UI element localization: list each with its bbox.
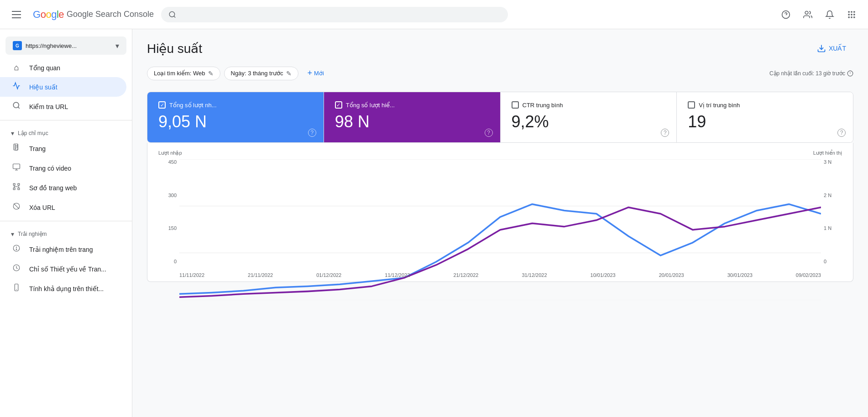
x-label-3: 11/12/2022 — [385, 272, 410, 278]
download-icon — [817, 44, 826, 53]
notifications-button[interactable] — [821, 5, 839, 24]
header: Google Google Search Console — [0, 0, 868, 29]
bell-icon — [825, 10, 834, 19]
collapse-icon: ▾ — [11, 130, 14, 137]
hamburger-menu-button[interactable] — [7, 5, 26, 24]
y-axis-left: 450 300 150 0 — [158, 159, 177, 264]
sidebar-item-trang-co-video[interactable]: Trang có video — [0, 158, 126, 178]
x-label-6: 10/01/2023 — [591, 272, 616, 278]
performance-icon — [11, 82, 22, 92]
info-icon-impressions[interactable]: ? — [485, 129, 493, 137]
add-new-filter-button[interactable]: + Mới — [302, 66, 329, 81]
metric-value-impressions: 98 N — [335, 112, 489, 131]
sidebar-item-tinh-kha-dung[interactable]: Tính khả dụng trên thiết... — [0, 279, 126, 298]
metric-header-impressions: Tổng số lượt hiể... — [335, 101, 489, 109]
sidebar-item-label: Tính khả dụng trên thiết... — [29, 285, 104, 292]
svg-point-35 — [16, 249, 17, 250]
metric-checkbox-position[interactable] — [688, 101, 695, 109]
sidebar-item-label: Tổng quan — [29, 64, 60, 72]
y-label-300: 300 — [168, 193, 177, 198]
svg-rect-8 — [848, 14, 850, 15]
filters-bar: Loại tìm kiếm: Web ✎ Ngày: 3 tháng trước… — [147, 66, 853, 81]
x-label-7: 20/01/2023 — [659, 272, 684, 278]
sidebar-item-label: Trải nghiệm trên trang — [29, 246, 93, 253]
apps-icon — [847, 10, 856, 19]
section-lap-chi-muc[interactable]: ▾ Lập chỉ mục — [0, 124, 132, 139]
sidebar: G https://ngheviewe... ▾ ⌂ Tổng quan Hiệ… — [0, 29, 132, 417]
search-input[interactable] — [181, 11, 501, 18]
search-type-filter[interactable]: Loại tìm kiếm: Web ✎ — [147, 67, 220, 80]
sidebar-item-kiem-tra-url[interactable]: Kiểm tra URL — [0, 97, 126, 116]
sidebar-item-tong-quan[interactable]: ⌂ Tổng quan — [0, 58, 126, 77]
y-label-2n: 2 N — [824, 193, 831, 198]
y-axis-right: 3 N 2 N 1 N 0 — [824, 159, 842, 264]
section-title-2: Trải nghiệm — [18, 231, 47, 237]
y-label-0-right: 0 — [824, 259, 826, 264]
metric-checkbox-clicks[interactable] — [158, 101, 166, 109]
x-label-9: 09/02/2023 — [796, 272, 821, 278]
sidebar-item-trai-nghiem-tren-trang[interactable]: Trải nghiệm trên trang — [0, 240, 126, 259]
sidebar-item-hieu-suat[interactable]: Hiệu suất — [0, 77, 126, 97]
chart-container: Lượt nhập Lượt hiển thị 450 300 150 0 3 … — [147, 143, 853, 282]
svg-rect-24 — [13, 183, 15, 185]
help-icon — [781, 10, 790, 19]
y-label-150: 150 — [168, 225, 177, 231]
metric-label-position: Vị trí trung bình — [699, 102, 740, 109]
x-label-5: 31/12/2022 — [522, 272, 547, 278]
metric-value-clicks: 9,05 N — [158, 112, 313, 131]
y-label-3n: 3 N — [824, 159, 831, 165]
export-label: XUẤT — [829, 45, 846, 52]
date-range-filter[interactable]: Ngày: 3 tháng trước ✎ — [224, 67, 298, 80]
y-label-450: 450 — [168, 159, 177, 165]
divider-2 — [0, 221, 132, 221]
svg-rect-11 — [848, 16, 850, 18]
metric-card-ctr[interactable]: CTR trung bình 9,2% ? — [501, 92, 677, 142]
info-icon-clicks[interactable]: ? — [308, 129, 316, 137]
search-icon — [168, 10, 176, 19]
property-selector[interactable]: G https://ngheviewe... ▾ — [5, 36, 126, 55]
sidebar-item-trang[interactable]: Trang — [0, 139, 126, 158]
page-icon — [11, 143, 22, 154]
export-button[interactable]: XUẤT — [810, 40, 853, 57]
svg-rect-21 — [13, 164, 20, 169]
sidebar-item-xoa-url[interactable]: Xóa URL — [0, 198, 126, 217]
apps-button[interactable] — [842, 5, 861, 24]
page-title: Hiệu suất — [147, 41, 202, 56]
page-header: Hiệu suất XUẤT — [147, 40, 853, 57]
metric-card-impressions[interactable]: Tổng số lượt hiể... 98 N ? — [324, 92, 501, 142]
metric-header-position: Vị trí trung bình — [688, 101, 842, 109]
metric-checkbox-impressions[interactable] — [335, 101, 342, 109]
collapse-icon-2: ▾ — [11, 230, 14, 238]
info-icon-ctr[interactable]: ? — [661, 129, 669, 137]
metric-label-ctr: CTR trung bình — [523, 102, 563, 109]
svg-point-4 — [805, 11, 808, 14]
header-icons — [777, 5, 861, 24]
svg-rect-25 — [13, 188, 15, 190]
y-label-0: 0 — [174, 259, 177, 264]
mobile-usability-icon — [11, 283, 22, 294]
metric-card-position[interactable]: Vị trí trung bình 19 ? — [677, 92, 853, 142]
sidebar-item-chi-so-thiet-yeu[interactable]: Chỉ số Thiết yếu về Tran... — [0, 259, 126, 279]
search-bar[interactable] — [161, 7, 508, 22]
sidebar-item-label: Trang có video — [29, 165, 71, 172]
svg-rect-12 — [851, 16, 852, 18]
svg-rect-9 — [851, 14, 852, 15]
metric-label-clicks: Tổng số lượt nh... — [169, 102, 217, 109]
main-content: Hiệu suất XUẤT Loại tìm kiếm: Web ✎ Ngày… — [132, 29, 868, 417]
edit-icon-2: ✎ — [286, 70, 292, 77]
sidebar-item-so-do-trang-web[interactable]: Sơ đồ trang web — [0, 178, 126, 198]
metric-card-clicks[interactable]: Tổng số lượt nh... 9,05 N ? — [147, 92, 324, 142]
svg-line-15 — [18, 107, 19, 108]
info-icon-position[interactable]: ? — [837, 129, 846, 137]
metric-checkbox-ctr[interactable] — [512, 101, 519, 109]
chart-left-title: Lượt nhập — [158, 150, 182, 156]
svg-rect-26 — [18, 183, 20, 185]
sidebar-item-label: Trang — [29, 145, 46, 152]
help-button[interactable] — [777, 5, 795, 24]
svg-line-32 — [14, 203, 19, 208]
sitemap-icon — [11, 182, 22, 193]
last-updated-text: Cập nhật lần cuối: 13 giờ trước — [769, 70, 845, 77]
section-trai-nghiem[interactable]: ▾ Trải nghiệm — [0, 225, 132, 240]
account-button[interactable] — [799, 5, 817, 24]
metric-label-impressions: Tổng số lượt hiể... — [346, 102, 395, 109]
